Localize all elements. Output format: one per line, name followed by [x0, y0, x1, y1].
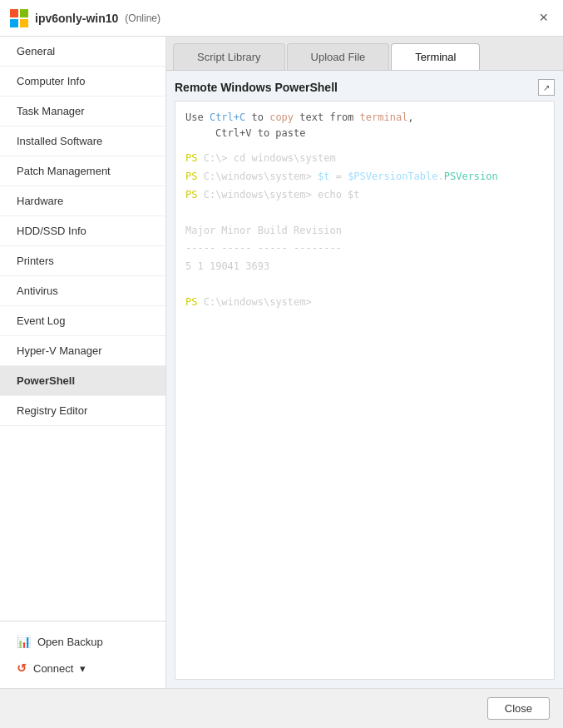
- tab-terminal[interactable]: Terminal: [391, 43, 480, 70]
- sidebar-item-printers[interactable]: Printers: [0, 246, 165, 276]
- val-revision: 3693: [245, 260, 269, 272]
- terminal-header: Remote Windows PowerShell ↗: [175, 79, 555, 96]
- val-build: 19041: [210, 260, 240, 272]
- hint-ctrl-c-key: Ctrl+C: [210, 111, 245, 123]
- terminal-blank-2: [185, 276, 544, 295]
- ps-prompt-final: PS: [185, 296, 197, 308]
- windows-logo-icon: [10, 9, 28, 27]
- col-major: Major: [185, 225, 215, 236]
- sidebar-item-hdd-ssd-info[interactable]: HDD/SSD Info: [0, 216, 165, 246]
- var-psversiontable: $PSVersionTable: [348, 171, 437, 182]
- ps-prompt-2: PS: [185, 171, 197, 182]
- title-bar: ipv6only-win10 (Online) ×: [0, 0, 563, 37]
- title-bar-left: ipv6only-win10 (Online): [10, 9, 161, 27]
- sidebar-item-patch-management[interactable]: Patch Management: [0, 156, 165, 186]
- path-2: C:\windows\system>: [204, 171, 312, 182]
- connect-icon: ↺: [17, 661, 27, 675]
- prop-psversion: PSVersion: [444, 171, 498, 182]
- open-backup-button[interactable]: 📊 Open Backup: [0, 628, 165, 655]
- sidebar-item-powershell[interactable]: PowerShell: [0, 366, 165, 396]
- sidebar-item-computer-info[interactable]: Computer Info: [0, 67, 165, 97]
- connect-arrow-icon: ▾: [80, 662, 86, 675]
- hint-line2: Ctrl+V to paste: [185, 127, 306, 139]
- tabs-bar: Script Library Upload File Terminal: [166, 37, 563, 71]
- path-3: C:\windows\system>: [204, 189, 312, 201]
- var-t: $t: [318, 171, 329, 182]
- terminal-title: Remote Windows PowerShell: [175, 81, 338, 94]
- terminal-dashes: ----- ----- ----- --------: [185, 240, 544, 258]
- hint-use: Use: [185, 111, 210, 123]
- content-area: Script Library Upload File Terminal Remo…: [166, 37, 563, 688]
- sidebar-item-general[interactable]: General: [0, 37, 165, 67]
- ps-prompt-3: PS: [185, 189, 197, 201]
- path-final: C:\windows\system>: [204, 296, 312, 308]
- dot-sep: .: [438, 171, 444, 182]
- terminal-line-2: PS C:\windows\system> $t = $PSVersionTab…: [185, 168, 544, 186]
- connect-button[interactable]: ↺ Connect ▾: [0, 655, 165, 681]
- connect-label: Connect: [33, 662, 73, 675]
- close-button[interactable]: Close: [487, 697, 550, 720]
- machine-name: ipv6only-win10: [35, 12, 118, 25]
- sidebar-item-task-manager[interactable]: Task Manager: [0, 97, 165, 126]
- sidebar-item-antivirus[interactable]: Antivirus: [0, 276, 165, 306]
- ps-prompt-1: PS: [185, 152, 197, 164]
- hint-to-copy: to: [245, 111, 269, 123]
- sidebar-item-hardware[interactable]: Hardware: [0, 186, 165, 216]
- sidebar: General Computer Info Task Manager Insta…: [0, 37, 166, 688]
- terminal-output[interactable]: Use Ctrl+C to copy text from terminal, C…: [175, 101, 555, 680]
- sidebar-item-event-log[interactable]: Event Log: [0, 306, 165, 336]
- terminal-line-3: PS C:\windows\system> echo $t: [185, 186, 544, 205]
- terminal-blank-1: [185, 204, 544, 222]
- hint-copy-word: copy: [269, 111, 294, 123]
- terminal-lines: PS C:\> cd windows\system PS C:\windows\…: [185, 150, 544, 311]
- sidebar-item-hyper-v-manager[interactable]: Hyper-V Manager: [0, 336, 165, 366]
- hint-text-from: text from: [294, 111, 359, 123]
- hint-terminal-word: terminal: [360, 111, 408, 123]
- footer: Close: [0, 688, 563, 728]
- terminal-hint: Use Ctrl+C to copy text from terminal, C…: [185, 110, 544, 141]
- tab-script-library[interactable]: Script Library: [173, 43, 285, 70]
- sidebar-item-registry-editor[interactable]: Registry Editor: [0, 396, 165, 426]
- eq-sign: =: [336, 171, 342, 182]
- val-minor: 1: [197, 260, 203, 272]
- tab-upload-file[interactable]: Upload File: [287, 43, 390, 70]
- main-layout: General Computer Info Task Manager Insta…: [0, 37, 563, 688]
- open-backup-label: Open Backup: [37, 636, 103, 648]
- hint-comma: ,: [407, 111, 413, 123]
- val-major: 5: [185, 260, 191, 272]
- col-build: Build: [258, 225, 288, 236]
- cmd-1: cd windows\system: [234, 152, 336, 164]
- terminal-values: 5 1 19041 3693: [185, 258, 544, 276]
- terminal-table-header: Major Minor Build Revision: [185, 222, 544, 240]
- sidebar-bottom: 📊 Open Backup ↺ Connect ▾: [0, 621, 165, 688]
- dashes: ----- ----- ----- --------: [185, 242, 342, 254]
- sidebar-item-installed-software[interactable]: Installed Software: [0, 126, 165, 156]
- backup-icon: 📊: [17, 635, 31, 648]
- terminal-panel: Remote Windows PowerShell ↗ Use Ctrl+C t…: [166, 71, 563, 688]
- path-1: C:\>: [204, 152, 228, 164]
- expand-button[interactable]: ↗: [538, 79, 555, 96]
- col-revision: Revision: [294, 225, 342, 236]
- terminal-line-final: PS C:\windows\system>: [185, 294, 544, 312]
- machine-status: (Online): [125, 12, 161, 24]
- cmd-echo: echo $t: [318, 189, 360, 201]
- window-close-button[interactable]: ×: [534, 7, 553, 28]
- col-minor: Minor: [221, 225, 251, 236]
- terminal-line-1: PS C:\> cd windows\system: [185, 150, 544, 168]
